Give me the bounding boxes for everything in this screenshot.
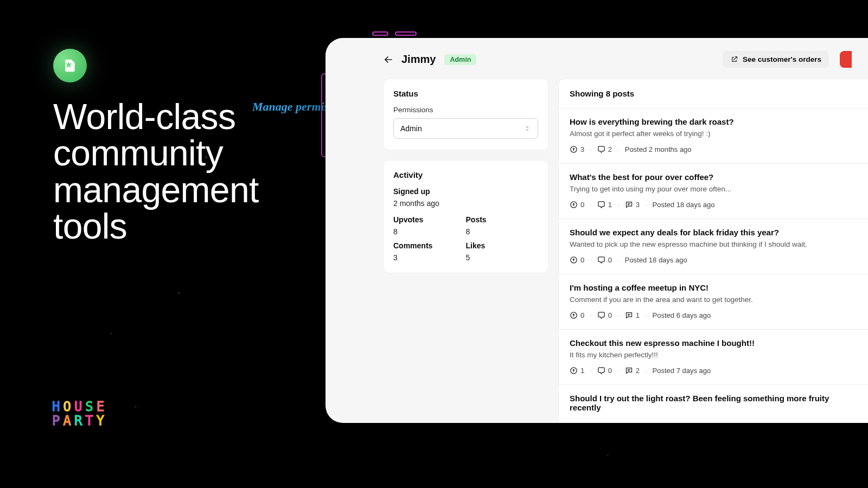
signed-up-label: Signed up [393, 187, 538, 196]
post-title: How is everything brewing the dark roast… [570, 117, 857, 126]
status-title: Status [393, 89, 538, 98]
posted-time: Posted 2 months ago [625, 145, 692, 153]
posted-time: Posted 7 days ago [653, 367, 711, 375]
role-badge: Admin [444, 54, 476, 65]
permissions-select[interactable]: Admin [393, 118, 538, 139]
likes-label: Likes [466, 241, 539, 250]
comments-label: Comments [393, 241, 466, 250]
see-orders-label: See customer's orders [743, 55, 821, 63]
posts-label: Posts [466, 215, 539, 224]
upvote-count: 0 [570, 311, 584, 319]
post-excerpt: Almost got it perfect after weeks of try… [570, 130, 857, 138]
signed-up-value: 2 months ago [393, 199, 538, 208]
upvote-count: 1 [570, 367, 584, 375]
comment-count: 1 [597, 201, 612, 209]
post-item[interactable]: Should we expect any deals for black fri… [559, 219, 868, 274]
posts-value: 8 [466, 227, 539, 236]
post-title: Checkout this new espresso machine I bou… [570, 338, 857, 348]
permissions-label: Permissions [393, 106, 538, 114]
decoration-icon [372, 31, 388, 36]
app-header: Jimmy Admin See customer's orders [326, 38, 868, 76]
posts-count: Showing 8 posts [559, 79, 868, 108]
post-item[interactable]: What's the best for pour over coffee? Tr… [559, 163, 868, 219]
upvote-count: 0 [570, 201, 584, 209]
house-party-wordmark: HOUSE PARTY [52, 400, 107, 428]
comment-count: 0 [597, 367, 612, 375]
post-item[interactable]: Should I try out the light roast? Been f… [559, 384, 868, 423]
comment-count: 0 [597, 311, 612, 319]
see-orders-button[interactable]: See customer's orders [723, 51, 829, 68]
post-title: What's the best for pour over coffee? [570, 172, 857, 182]
activity-card: Activity Signed up 2 months ago Upvotes … [383, 160, 548, 273]
admin-panel: Jimmy Admin See customer's orders Status… [326, 38, 868, 423]
hero-title: World-class community management tools [53, 99, 292, 245]
marketing-hero: World-class community management tools [53, 49, 292, 245]
post-excerpt: It fits my kitchen perfectly!!! [570, 351, 857, 359]
posts-panel: Showing 8 posts How is everything brewin… [558, 79, 868, 423]
comment-count: 2 [597, 145, 612, 153]
back-button[interactable] [383, 54, 395, 66]
posted-time: Posted 18 days ago [625, 256, 687, 264]
external-link-icon [730, 55, 738, 63]
decoration-icon [395, 31, 417, 36]
post-item[interactable]: Checkout this new espresso machine I bou… [559, 329, 868, 384]
comments-value: 3 [393, 253, 466, 262]
post-excerpt: Comment if you are in the area and want … [570, 296, 857, 304]
posted-time: Posted 18 days ago [653, 201, 715, 209]
post-excerpt: Wanted to pick up the new espresso machi… [570, 240, 857, 248]
user-name: Jimmy [401, 53, 436, 66]
posted-time: Posted 6 days ago [653, 311, 711, 319]
permissions-value: Admin [400, 124, 422, 133]
post-title: Should I try out the light roast? Been f… [570, 394, 857, 412]
danger-button-edge[interactable] [840, 51, 852, 68]
post-title: Should we expect any deals for black fri… [570, 228, 857, 237]
chevron-sort-icon [524, 125, 531, 132]
upvote-count: 0 [570, 256, 584, 264]
post-item[interactable]: I'm hosting a coffee meetup in NYC! Comm… [559, 274, 868, 329]
comment-count: 0 [597, 256, 612, 264]
status-card: Status Permissions Admin [383, 79, 548, 150]
share-count: 3 [625, 201, 640, 209]
activity-title: Activity [393, 170, 538, 179]
post-excerpt: Trying to get into using my pour over mo… [570, 185, 857, 193]
upvotes-label: Upvotes [393, 215, 466, 224]
upvote-count: 3 [570, 145, 584, 153]
upvotes-value: 8 [393, 227, 466, 236]
share-count: 1 [625, 311, 640, 319]
brand-badge-icon [53, 49, 87, 82]
post-title: I'm hosting a coffee meetup in NYC! [570, 283, 857, 292]
share-count: 2 [625, 367, 640, 375]
post-item[interactable]: How is everything brewing the dark roast… [559, 108, 868, 163]
likes-value: 5 [466, 253, 539, 262]
